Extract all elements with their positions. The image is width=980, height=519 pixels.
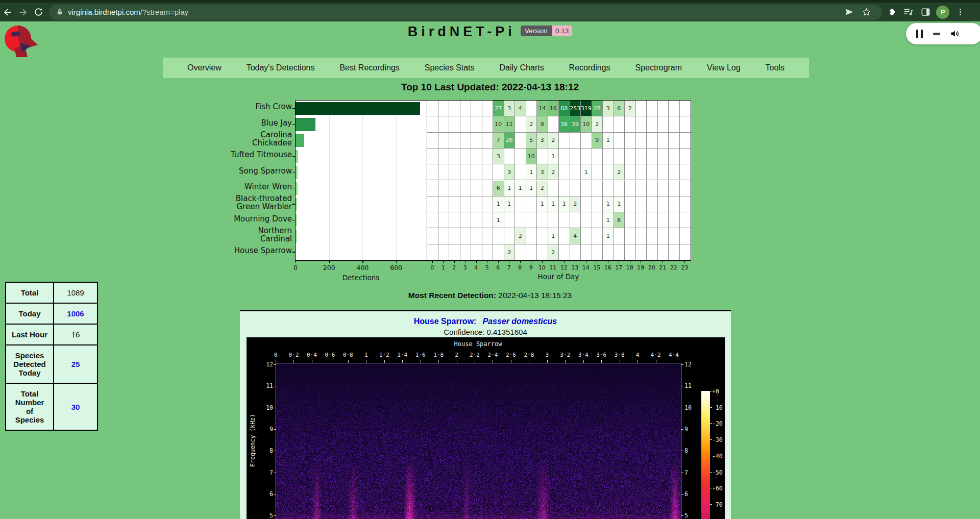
reload-icon[interactable] — [31, 5, 46, 20]
heatmap-cell — [438, 228, 450, 244]
most-recent-detection: Most Recent Detection: 2022-04-13 18:15:… — [0, 291, 980, 300]
heatmap-cell — [449, 133, 460, 149]
heatmap-cell — [449, 116, 460, 132]
media-list-icon[interactable] — [899, 5, 917, 20]
stats-value[interactable]: 25 — [54, 345, 97, 383]
heatmap-cell — [636, 164, 647, 180]
colorbar-tick — [710, 504, 712, 505]
heatmap-cell — [669, 244, 680, 260]
nav-item-best-recordings[interactable]: Best Recordings — [339, 63, 399, 72]
profile-avatar[interactable]: P — [936, 6, 949, 19]
nav-item-recordings[interactable]: Recordings — [569, 63, 610, 72]
extensions-icon[interactable] — [882, 5, 899, 20]
back-icon[interactable] — [0, 5, 15, 20]
time-axis-label: 0·2 — [285, 352, 302, 358]
heatmap-cell — [427, 212, 438, 228]
nav-item-spectrogram[interactable]: Spectrogram — [635, 63, 682, 72]
heatmap-cell — [647, 212, 658, 228]
heatmap-cell — [647, 149, 658, 164]
hour-axis-tick — [564, 261, 565, 263]
freq-axis-label-left: 10 — [260, 404, 273, 411]
species-label: Blue Jay — [153, 119, 292, 128]
heatmap-cell: 1 — [493, 196, 504, 212]
stats-row: Total Number of Species30 — [6, 383, 97, 430]
bar-axis-title: Detections — [330, 274, 391, 282]
heatmap-cell — [680, 196, 691, 212]
stats-label: Last Hour — [6, 324, 54, 345]
nav-item-tools[interactable]: Tools — [766, 63, 785, 72]
heatmap-cell — [680, 133, 691, 149]
hour-axis-tick — [597, 261, 597, 263]
heatmap-cell: 7 — [493, 133, 504, 149]
heatmap-cell — [647, 164, 658, 180]
heatmap-cell — [438, 244, 450, 260]
species-label: CarolinaChickadee — [153, 131, 292, 147]
detections-bar — [296, 198, 297, 211]
chart-plot-area: 2734141668253319283621011293639102726532… — [295, 100, 691, 261]
time-axis-label: 3·4 — [575, 352, 592, 358]
heatmap-cell — [603, 116, 614, 132]
heatmap-cell — [449, 196, 460, 212]
heatmap-cell: 36 — [559, 116, 570, 132]
hour-axis-tick — [520, 261, 521, 263]
heatmap-cell — [614, 116, 625, 132]
heatmap-cell — [658, 228, 669, 244]
heatmap-cell — [625, 212, 636, 228]
nav-item-overview[interactable]: Overview — [187, 63, 222, 72]
heatmap-cell — [636, 149, 647, 164]
kebab-menu-icon[interactable] — [951, 5, 969, 20]
heatmap-cell: 26 — [504, 133, 516, 149]
heatmap-cell — [570, 212, 581, 228]
hour-axis-tick — [465, 261, 465, 263]
heatmap-cell: 2 — [548, 133, 559, 149]
nav-item-view-log[interactable]: View Log — [707, 63, 741, 72]
heatmap-cell: 10 — [526, 149, 537, 164]
hour-axis-tick — [684, 261, 685, 263]
species-latin-name-link[interactable]: Passer domesticus — [482, 317, 557, 326]
side-panel-icon[interactable] — [917, 5, 934, 20]
heatmap-cell — [658, 149, 669, 164]
heatmap-cell — [449, 181, 460, 196]
heatmap-cell — [636, 181, 647, 196]
heatmap-cell — [669, 116, 680, 132]
heatmap-cell — [647, 181, 658, 196]
colorbar-tick — [710, 391, 712, 391]
heatmap-cell: 3 — [603, 101, 614, 116]
heatmap-cell — [449, 228, 460, 244]
colorbar-ticklabel: +0 — [712, 388, 729, 395]
hour-axis-ticklabel: 18 — [625, 264, 635, 271]
heatmap-cell: 4 — [570, 228, 581, 244]
forward-icon[interactable] — [15, 5, 31, 20]
heatmap-cell — [614, 244, 625, 260]
star-icon[interactable] — [857, 5, 875, 20]
heatmap-cell: 9 — [592, 133, 603, 149]
heatmap-cell — [559, 149, 570, 164]
detections-bar — [296, 166, 298, 179]
nav-item-species-stats[interactable]: Species Stats — [425, 63, 475, 72]
species-common-name-link[interactable]: House Sparrow: — [414, 317, 477, 326]
heatmap-cell — [460, 228, 472, 244]
hour-axis-ticklabel: 17 — [614, 264, 624, 271]
heatmap-cell — [493, 244, 504, 260]
nav-item-today-s-detections[interactable]: Today's Detections — [247, 63, 315, 72]
url-bar[interactable]: virginia.birdnetpi.com/?stream=play — [49, 5, 882, 20]
colorbar-ticklabel: -20 — [712, 420, 729, 427]
spectrogram-plot — [276, 363, 681, 519]
heatmap-cell: 253 — [570, 101, 581, 116]
top10-heading: Top 10 Last Updated: 2022-04-13 18:12 — [0, 82, 980, 93]
heatmap-cell — [614, 133, 625, 149]
heatmap-cell — [438, 133, 450, 149]
heatmap-cell: 1 — [548, 228, 559, 244]
hour-axis-tick — [443, 261, 444, 263]
heatmap-cell — [460, 196, 472, 212]
hour-axis-tick — [663, 261, 663, 263]
stats-value[interactable]: 1006 — [54, 303, 97, 324]
heatmap-cell: 1 — [504, 181, 516, 196]
heatmap-cell — [680, 228, 691, 244]
hour-axis-title: Hour of Day — [528, 273, 589, 281]
nav-item-daily-charts[interactable]: Daily Charts — [500, 63, 544, 72]
stats-value[interactable]: 30 — [54, 383, 97, 430]
send-icon[interactable] — [840, 5, 857, 20]
time-axis-label: 0·8 — [340, 352, 356, 358]
heatmap-cell: 16 — [548, 101, 559, 116]
